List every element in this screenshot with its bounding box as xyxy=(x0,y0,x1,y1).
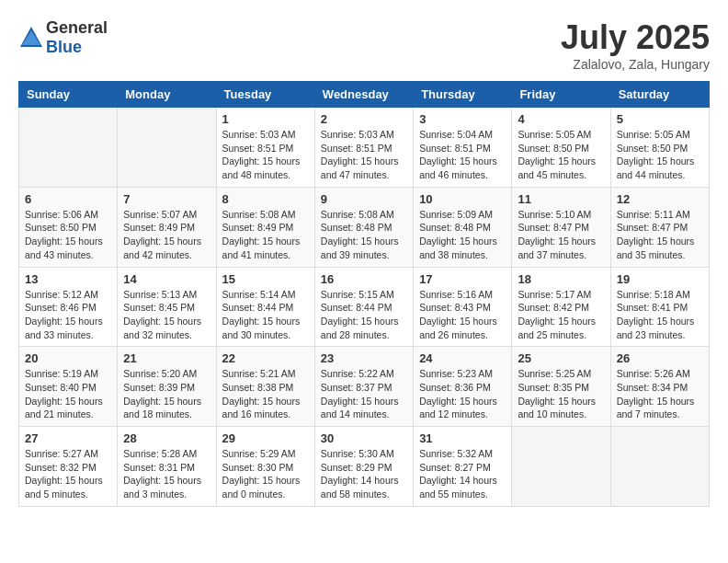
day-number: 9 xyxy=(321,192,407,206)
day-info: Sunrise: 5:10 AM Sunset: 8:47 PM Dayligh… xyxy=(518,208,604,262)
day-info: Sunrise: 5:32 AM Sunset: 8:27 PM Dayligh… xyxy=(419,447,506,501)
calendar-cell: 9Sunrise: 5:08 AM Sunset: 8:48 PM Daylig… xyxy=(314,187,413,267)
calendar-cell: 18Sunrise: 5:17 AM Sunset: 8:42 PM Dayli… xyxy=(512,267,610,347)
calendar-cell: 15Sunrise: 5:14 AM Sunset: 8:44 PM Dayli… xyxy=(216,267,314,347)
day-number: 31 xyxy=(419,431,506,445)
day-info: Sunrise: 5:05 AM Sunset: 8:50 PM Dayligh… xyxy=(617,128,703,182)
calendar-cell: 5Sunrise: 5:05 AM Sunset: 8:50 PM Daylig… xyxy=(610,108,709,188)
day-number: 25 xyxy=(518,351,604,365)
day-number: 22 xyxy=(222,351,309,365)
day-number: 2 xyxy=(321,112,407,126)
day-number: 6 xyxy=(25,192,111,206)
calendar-cell: 22Sunrise: 5:21 AM Sunset: 8:38 PM Dayli… xyxy=(216,347,314,427)
calendar-cell: 8Sunrise: 5:08 AM Sunset: 8:49 PM Daylig… xyxy=(216,187,314,267)
calendar-cell: 10Sunrise: 5:09 AM Sunset: 8:48 PM Dayli… xyxy=(414,187,512,267)
title-block: July 2025 Zalalovo, Zala, Hungary xyxy=(561,18,710,72)
weekday-header-saturday: Saturday xyxy=(610,82,709,108)
calendar-cell: 26Sunrise: 5:26 AM Sunset: 8:34 PM Dayli… xyxy=(610,347,709,427)
day-info: Sunrise: 5:13 AM Sunset: 8:45 PM Dayligh… xyxy=(123,288,210,342)
day-info: Sunrise: 5:27 AM Sunset: 8:32 PM Dayligh… xyxy=(25,447,111,501)
day-info: Sunrise: 5:09 AM Sunset: 8:48 PM Dayligh… xyxy=(419,208,506,262)
calendar-cell: 31Sunrise: 5:32 AM Sunset: 8:27 PM Dayli… xyxy=(414,427,512,507)
calendar-cell: 24Sunrise: 5:23 AM Sunset: 8:36 PM Dayli… xyxy=(414,347,512,427)
day-number: 3 xyxy=(419,112,506,126)
calendar-cell: 12Sunrise: 5:11 AM Sunset: 8:47 PM Dayli… xyxy=(610,187,709,267)
day-info: Sunrise: 5:06 AM Sunset: 8:50 PM Dayligh… xyxy=(25,208,111,262)
page-header: General Blue July 2025 Zalalovo, Zala, H… xyxy=(18,18,710,72)
day-info: Sunrise: 5:03 AM Sunset: 8:51 PM Dayligh… xyxy=(321,128,407,182)
calendar-cell: 6Sunrise: 5:06 AM Sunset: 8:50 PM Daylig… xyxy=(19,187,118,267)
month-title: July 2025 xyxy=(561,18,710,57)
week-row-4: 20Sunrise: 5:19 AM Sunset: 8:40 PM Dayli… xyxy=(19,347,710,427)
logo: General Blue xyxy=(18,18,108,57)
day-number: 11 xyxy=(518,192,604,206)
calendar-cell: 21Sunrise: 5:20 AM Sunset: 8:39 PM Dayli… xyxy=(118,347,216,427)
day-info: Sunrise: 5:21 AM Sunset: 8:38 PM Dayligh… xyxy=(222,367,309,421)
day-info: Sunrise: 5:07 AM Sunset: 8:49 PM Dayligh… xyxy=(123,208,210,262)
day-number: 30 xyxy=(321,431,407,445)
day-number: 5 xyxy=(617,112,703,126)
calendar-cell: 30Sunrise: 5:30 AM Sunset: 8:29 PM Dayli… xyxy=(314,427,413,507)
day-info: Sunrise: 5:12 AM Sunset: 8:46 PM Dayligh… xyxy=(25,288,111,342)
calendar-cell xyxy=(19,108,118,188)
calendar-cell xyxy=(512,427,610,507)
calendar-cell: 19Sunrise: 5:18 AM Sunset: 8:41 PM Dayli… xyxy=(610,267,709,347)
day-number: 12 xyxy=(617,192,703,206)
day-info: Sunrise: 5:25 AM Sunset: 8:35 PM Dayligh… xyxy=(518,367,604,421)
day-number: 21 xyxy=(123,351,210,365)
day-number: 13 xyxy=(25,272,111,286)
day-number: 16 xyxy=(321,272,407,286)
calendar-cell: 3Sunrise: 5:04 AM Sunset: 8:51 PM Daylig… xyxy=(414,108,512,188)
calendar-cell: 1Sunrise: 5:03 AM Sunset: 8:51 PM Daylig… xyxy=(216,108,314,188)
day-number: 10 xyxy=(419,192,506,206)
day-number: 20 xyxy=(25,351,111,365)
day-number: 28 xyxy=(123,431,210,445)
day-info: Sunrise: 5:05 AM Sunset: 8:50 PM Dayligh… xyxy=(518,128,604,182)
logo-general-text: General xyxy=(46,18,108,37)
weekday-header-sunday: Sunday xyxy=(19,82,118,108)
day-number: 7 xyxy=(123,192,210,206)
day-number: 18 xyxy=(518,272,604,286)
calendar-cell: 23Sunrise: 5:22 AM Sunset: 8:37 PM Dayli… xyxy=(314,347,413,427)
day-number: 15 xyxy=(222,272,309,286)
day-info: Sunrise: 5:29 AM Sunset: 8:30 PM Dayligh… xyxy=(222,447,309,501)
week-row-5: 27Sunrise: 5:27 AM Sunset: 8:32 PM Dayli… xyxy=(19,427,710,507)
location-title: Zalalovo, Zala, Hungary xyxy=(561,57,710,72)
svg-marker-1 xyxy=(22,30,40,45)
calendar-cell: 7Sunrise: 5:07 AM Sunset: 8:49 PM Daylig… xyxy=(118,187,216,267)
calendar-cell: 14Sunrise: 5:13 AM Sunset: 8:45 PM Dayli… xyxy=(118,267,216,347)
calendar-cell xyxy=(610,427,709,507)
weekday-header-row: SundayMondayTuesdayWednesdayThursdayFrid… xyxy=(19,82,710,108)
weekday-header-thursday: Thursday xyxy=(414,82,512,108)
day-number: 1 xyxy=(222,112,309,126)
day-number: 23 xyxy=(321,351,407,365)
day-info: Sunrise: 5:14 AM Sunset: 8:44 PM Dayligh… xyxy=(222,288,309,342)
calendar-cell: 4Sunrise: 5:05 AM Sunset: 8:50 PM Daylig… xyxy=(512,108,610,188)
week-row-3: 13Sunrise: 5:12 AM Sunset: 8:46 PM Dayli… xyxy=(19,267,710,347)
day-info: Sunrise: 5:04 AM Sunset: 8:51 PM Dayligh… xyxy=(419,128,506,182)
day-number: 27 xyxy=(25,431,111,445)
day-info: Sunrise: 5:16 AM Sunset: 8:43 PM Dayligh… xyxy=(419,288,506,342)
day-number: 17 xyxy=(419,272,506,286)
day-info: Sunrise: 5:30 AM Sunset: 8:29 PM Dayligh… xyxy=(321,447,407,501)
weekday-header-friday: Friday xyxy=(512,82,610,108)
calendar-cell: 27Sunrise: 5:27 AM Sunset: 8:32 PM Dayli… xyxy=(19,427,118,507)
calendar-cell: 20Sunrise: 5:19 AM Sunset: 8:40 PM Dayli… xyxy=(19,347,118,427)
day-number: 26 xyxy=(617,351,703,365)
day-info: Sunrise: 5:11 AM Sunset: 8:47 PM Dayligh… xyxy=(617,208,703,262)
calendar-cell xyxy=(118,108,216,188)
day-number: 8 xyxy=(222,192,309,206)
calendar-cell: 29Sunrise: 5:29 AM Sunset: 8:30 PM Dayli… xyxy=(216,427,314,507)
weekday-header-monday: Monday xyxy=(118,82,216,108)
calendar-cell: 2Sunrise: 5:03 AM Sunset: 8:51 PM Daylig… xyxy=(314,108,413,188)
day-info: Sunrise: 5:08 AM Sunset: 8:49 PM Dayligh… xyxy=(222,208,309,262)
logo-icon xyxy=(18,25,44,51)
calendar-cell: 13Sunrise: 5:12 AM Sunset: 8:46 PM Dayli… xyxy=(19,267,118,347)
calendar-cell: 16Sunrise: 5:15 AM Sunset: 8:44 PM Dayli… xyxy=(314,267,413,347)
day-number: 4 xyxy=(518,112,604,126)
week-row-1: 1Sunrise: 5:03 AM Sunset: 8:51 PM Daylig… xyxy=(19,108,710,188)
day-number: 24 xyxy=(419,351,506,365)
week-row-2: 6Sunrise: 5:06 AM Sunset: 8:50 PM Daylig… xyxy=(19,187,710,267)
day-info: Sunrise: 5:23 AM Sunset: 8:36 PM Dayligh… xyxy=(419,367,506,421)
weekday-header-tuesday: Tuesday xyxy=(216,82,314,108)
